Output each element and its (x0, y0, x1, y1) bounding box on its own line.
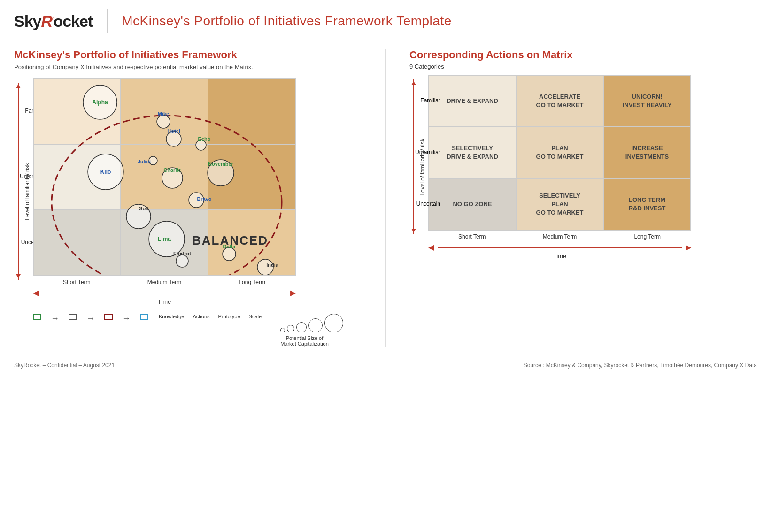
rp-col-label-short: Short Term (428, 233, 516, 240)
right-section-sub: 9 Categories (409, 63, 757, 70)
legend-arrow-3: → (122, 314, 131, 324)
legend-circles-area: Potential Size ofMarket Capitalization (280, 314, 343, 347)
legend-circle-3 (296, 322, 307, 332)
legend-circle-4 (308, 318, 323, 332)
left-section-title: McKinsey's Portfolio of Initiatives Fram… (14, 49, 362, 61)
x-axis-area: ◀ ▶ Time (33, 288, 296, 305)
legend-label-actions: Actions (193, 314, 209, 319)
footer-left: SkyRocket – Confidential – August 2021 (14, 362, 115, 369)
col-label-short: Short Term (33, 279, 121, 285)
header-divider (107, 9, 108, 33)
rp-row-label-familiar: Familiar (415, 75, 443, 126)
rp-row-label-uncertain: Uncertain (415, 178, 443, 230)
x-arrow-left: ◀ (33, 288, 39, 297)
left-grid-container: Alpha Mike Hotel Echo Juliet (33, 78, 296, 276)
cell-20 (33, 210, 121, 276)
legend-box-scale (140, 314, 148, 320)
col-label-medium: Medium Term (121, 279, 208, 285)
right-section-title: Corresponding Actions on Matrix (409, 49, 757, 61)
rp-cell-21: SELECTIVELYPLANGO TO MARKET (516, 178, 603, 230)
panel-divider (385, 49, 386, 347)
right-panel: Corresponding Actions on Matrix 9 Catego… (409, 49, 757, 347)
legend-box-knowledge (33, 314, 41, 320)
rp-cell-11: PLANGO TO MARKET (516, 127, 603, 178)
legend-labels: Knowledge Actions Prototype Scale (159, 314, 262, 319)
x-axis-line (42, 293, 286, 293)
x-axis-label: Time (33, 298, 296, 305)
legend-actions (69, 314, 77, 320)
logo: SkyR´ocket (14, 12, 93, 31)
header-title: McKinsey's Portfolio of Initiatives Fram… (122, 14, 452, 29)
rp-x-axis-line (438, 247, 682, 248)
rp-x-axis-label: Time (428, 253, 691, 260)
legend-circle-5 (324, 314, 343, 332)
legend-circle-2 (287, 325, 294, 332)
col-label-long: Long Term (208, 279, 296, 285)
rp-x-axis-area: ◀ ▶ Time (428, 243, 691, 260)
legend-circle-1 (280, 328, 285, 332)
cell-01 (121, 78, 208, 144)
legend-box-prototype (104, 314, 113, 320)
cell-00 (33, 78, 121, 144)
legend-prototype (104, 314, 113, 320)
x-arrow-right: ▶ (290, 288, 296, 297)
rp-col-label-medium: Medium Term (516, 233, 604, 240)
left-matrix-wrapper: Level of familiarity/ risk Familiar Unfa… (33, 78, 380, 305)
x-axis-arrow: ◀ ▶ (33, 288, 296, 297)
legend: → → → Knowledge Actions (33, 314, 362, 347)
legend-scale (140, 314, 148, 320)
rp-cell-12: INCREASEINVESTMENTS (603, 127, 691, 178)
footer: SkyRocket – Confidential – August 2021 S… (14, 358, 757, 369)
cell-21 (121, 210, 208, 276)
rp-x-arrow-left: ◀ (428, 243, 434, 252)
rp-row-labels: Familiar Unfamiliar Uncertain (415, 75, 443, 230)
cell-10 (33, 144, 121, 210)
rp-cell-02: UNICORN!INVEST HEAVILY (603, 75, 691, 127)
cell-11 (121, 144, 208, 210)
rp-cell-22: LONG TERMR&D INVEST (603, 178, 691, 230)
rp-row-label-unfamiliar: Unfamiliar (415, 126, 443, 178)
legend-arrow-2: → (86, 314, 95, 324)
cell-02 (208, 78, 295, 144)
y-axis (18, 83, 19, 280)
legend-knowledge (33, 314, 41, 320)
right-matrix-wrapper: Level of familiarity/ risk Familiar Unfa… (428, 75, 757, 260)
cell-22 (208, 210, 295, 276)
right-matrix-grid: DRIVE & EXPAND ACCELERATEGO TO MARKET UN… (428, 75, 691, 231)
main-content: McKinsey's Portfolio of Initiatives Fram… (14, 49, 757, 347)
legend-label-scale: Scale (249, 314, 262, 319)
legend-circles (280, 314, 343, 332)
rp-x-axis-arrow: ◀ ▶ (428, 243, 691, 252)
rp-cell-01: ACCELERATEGO TO MARKET (516, 75, 603, 127)
rp-y-axis (413, 79, 414, 234)
left-matrix-grid (33, 78, 296, 276)
rp-y-axis-arrow (413, 79, 414, 234)
y-axis-arrow (18, 83, 19, 280)
left-panel: McKinsey's Portfolio of Initiatives Fram… (14, 49, 362, 347)
col-labels: Short Term Medium Term Long Term (33, 279, 296, 285)
legend-box-actions (69, 314, 77, 320)
legend-label-knowledge: Knowledge (159, 314, 184, 319)
rp-col-labels: Short Term Medium Term Long Term (428, 233, 691, 240)
left-section-subtitle: Positioning of Company X Initiatives and… (14, 63, 362, 71)
logo-r: R´ (41, 12, 54, 30)
cell-12 (208, 144, 295, 210)
rp-x-arrow-right: ▶ (686, 243, 691, 252)
legend-arrow-1: → (51, 314, 59, 324)
footer-right: Source : McKinsey & Company, Skyrocket &… (524, 362, 757, 369)
header: SkyR´ocket McKinsey's Portfolio of Initi… (14, 9, 757, 39)
rp-col-label-long: Long Term (603, 233, 691, 240)
legend-circles-label: Potential Size ofMarket Capitalization (280, 335, 329, 347)
legend-label-prototype: Prototype (218, 314, 240, 319)
